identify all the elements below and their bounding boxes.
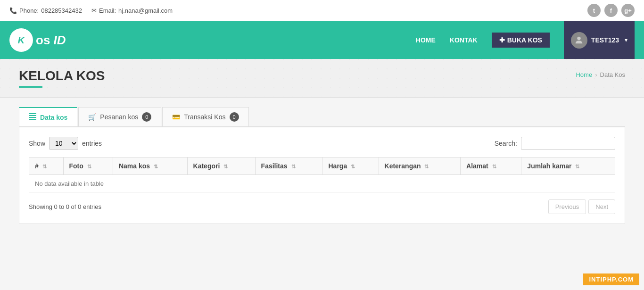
logo-circle: K bbox=[9, 28, 33, 52]
tab-transaksi-kos[interactable]: 💳 Transaksi Kos 0 bbox=[162, 107, 248, 126]
avatar bbox=[571, 32, 587, 49]
sort-icon-jumlah: ⇅ bbox=[575, 164, 579, 169]
tabs: Data kos 🛒 Pesanan kos 0 💳 Transaksi Kos… bbox=[19, 107, 625, 127]
sort-icon-nama: ⇅ bbox=[154, 164, 158, 169]
email-info: ✉ Email: hj.nana@gmail.com bbox=[91, 7, 173, 14]
logo-text: os ID bbox=[36, 33, 66, 48]
phone-label: Phone: bbox=[19, 7, 39, 14]
col-nama-kos: Nama kos ⇅ bbox=[113, 157, 187, 175]
table-row: No data available in table bbox=[29, 175, 615, 192]
tab-transaksi-icon: 💳 bbox=[172, 113, 180, 121]
page-title-underline bbox=[19, 86, 42, 88]
breadcrumb: Home › Data Kos bbox=[576, 71, 625, 78]
entries-label: entries bbox=[82, 140, 102, 147]
entries-info: Showing 0 to 0 of 0 entries bbox=[29, 203, 101, 210]
header: K os ID HOME KONTAK ✚ BUKA KOS TEST123 ▾ bbox=[0, 21, 644, 59]
page-title-section: KELOLA KOS bbox=[19, 68, 105, 88]
username: TEST123 bbox=[591, 36, 619, 44]
entries-select[interactable]: 10 25 50 100 bbox=[49, 137, 78, 150]
user-chevron: ▾ bbox=[625, 37, 627, 43]
email-label: Email: bbox=[99, 7, 116, 14]
sort-icon-keterangan: ⇅ bbox=[424, 164, 429, 169]
search-label: Search: bbox=[495, 140, 517, 147]
email-icon: ✉ bbox=[91, 7, 97, 14]
table-panel: Show 10 25 50 100 entries Search: # ⇅ Fo… bbox=[19, 127, 625, 224]
google-icon[interactable]: g+ bbox=[621, 4, 635, 17]
tab-pesanan-badge: 0 bbox=[142, 112, 151, 122]
table-footer: Showing 0 to 0 of 0 entries Previous Nex… bbox=[29, 199, 615, 214]
table-controls: Show 10 25 50 100 entries Search: bbox=[29, 137, 615, 150]
col-jumlah-kamar: Jumlah kamar ⇅ bbox=[521, 157, 615, 175]
svg-rect-1 bbox=[29, 113, 36, 114]
tab-pesanan-icon: 🛒 bbox=[88, 113, 96, 121]
show-entries: Show 10 25 50 100 entries bbox=[29, 137, 102, 150]
tab-data-kos[interactable]: Data kos bbox=[19, 107, 77, 126]
top-bar: 📞 Phone: 082285342432 ✉ Email: hj.nana@g… bbox=[0, 0, 644, 21]
col-kategori: Kategori ⇅ bbox=[187, 157, 255, 175]
nav-kontak[interactable]: KONTAK bbox=[450, 36, 478, 44]
next-button[interactable]: Next bbox=[588, 199, 615, 214]
user-area[interactable]: TEST123 ▾ bbox=[564, 21, 635, 59]
pagination: Previous Next bbox=[548, 199, 615, 214]
tab-data-kos-icon bbox=[29, 113, 36, 121]
no-data-message: No data available in table bbox=[35, 180, 104, 187]
breadcrumb-home[interactable]: Home bbox=[576, 71, 592, 78]
phone-info: 📞 Phone: 082285342432 bbox=[9, 7, 82, 14]
search-input[interactable] bbox=[521, 137, 615, 150]
tab-transaksi-label: Transaksi Kos bbox=[184, 113, 225, 121]
sort-icon-harga: ⇅ bbox=[351, 164, 355, 169]
breadcrumb-separator: › bbox=[595, 71, 597, 78]
search-box: Search: bbox=[495, 137, 615, 150]
content-area: Data kos 🛒 Pesanan kos 0 💳 Transaksi Kos… bbox=[0, 98, 644, 233]
sort-icon-foto: ⇅ bbox=[87, 164, 91, 169]
sort-icon-fasilitas: ⇅ bbox=[291, 164, 296, 169]
col-harga: Harga ⇅ bbox=[322, 157, 379, 175]
tab-transaksi-badge: 0 bbox=[230, 112, 239, 122]
tab-data-kos-label: Data kos bbox=[40, 114, 67, 121]
previous-button[interactable]: Previous bbox=[548, 199, 586, 214]
breadcrumb-current: Data Kos bbox=[600, 71, 625, 78]
sort-icon-kategori: ⇅ bbox=[223, 164, 228, 169]
no-data-cell: No data available in table bbox=[29, 175, 615, 192]
svg-rect-4 bbox=[29, 119, 36, 120]
table-header-row: # ⇅ Foto ⇅ Nama kos ⇅ Kategori ⇅ Fasilit… bbox=[29, 157, 615, 175]
social-links: t f g+ bbox=[587, 4, 635, 17]
svg-rect-2 bbox=[29, 115, 36, 116]
page-title: KELOLA KOS bbox=[19, 68, 105, 83]
sort-icon-no: ⇅ bbox=[42, 164, 47, 169]
breadcrumb-area: KELOLA KOS Home › Data Kos bbox=[0, 59, 644, 98]
col-keterangan: Keterangan ⇅ bbox=[379, 157, 461, 175]
svg-point-0 bbox=[578, 37, 581, 40]
logo: K os ID bbox=[9, 28, 66, 52]
col-fasilitas: Fasilitas ⇅ bbox=[255, 157, 322, 175]
show-label: Show bbox=[29, 140, 45, 147]
email-address: hj.nana@gmail.com bbox=[118, 7, 173, 14]
col-no: # ⇅ bbox=[29, 157, 64, 175]
sort-icon-alamat: ⇅ bbox=[492, 164, 496, 169]
phone-icon: 📞 bbox=[9, 7, 17, 14]
top-bar-left: 📞 Phone: 082285342432 ✉ Email: hj.nana@g… bbox=[9, 7, 173, 14]
twitter-icon[interactable]: t bbox=[587, 4, 601, 17]
svg-rect-3 bbox=[29, 117, 36, 118]
buka-kos-button[interactable]: ✚ BUKA KOS bbox=[492, 33, 550, 48]
tab-pesanan-label: Pesanan kos bbox=[100, 113, 138, 121]
nav-right: HOME KONTAK ✚ BUKA KOS TEST123 ▾ bbox=[416, 21, 635, 59]
tab-pesanan-kos[interactable]: 🛒 Pesanan kos 0 bbox=[78, 107, 161, 126]
phone-number: 082285342432 bbox=[41, 7, 82, 14]
data-table: # ⇅ Foto ⇅ Nama kos ⇅ Kategori ⇅ Fasilit… bbox=[29, 157, 615, 192]
nav-home[interactable]: HOME bbox=[416, 36, 436, 44]
col-alamat: Alamat ⇅ bbox=[461, 157, 521, 175]
buka-kos-label: BUKA KOS bbox=[507, 36, 542, 44]
facebook-icon[interactable]: f bbox=[604, 4, 618, 17]
col-foto: Foto ⇅ bbox=[63, 157, 113, 175]
buka-kos-icon: ✚ bbox=[499, 36, 505, 44]
